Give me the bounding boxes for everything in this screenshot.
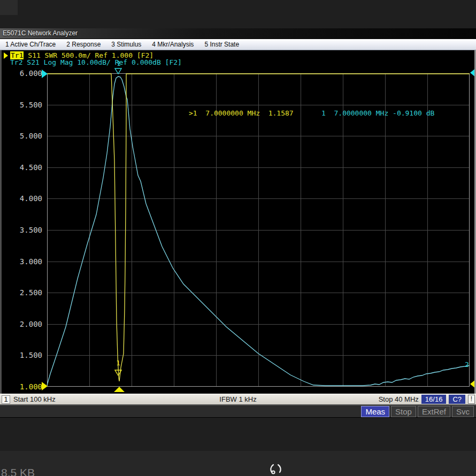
menu-item-response[interactable]: 2 Response [61, 41, 106, 48]
marker1-readout-tr1: >1 7.0000000 MHz 1.1587 [189, 110, 294, 117]
y-axis-label: 3.000 [4, 258, 42, 265]
window-title: E5071C Network Analyzer [3, 29, 78, 37]
menu-item-instr-state[interactable]: 5 Instr State [199, 41, 244, 48]
window-titlebar[interactable]: E5071C Network Analyzer [0, 28, 476, 39]
marker1-label-tr2[interactable]: 1 [117, 60, 121, 67]
menu-item-stimulus[interactable]: 3 Stimulus [106, 41, 147, 48]
y-axis-label: 4.000 [4, 195, 42, 202]
y-axis-label: 2.500 [4, 289, 42, 296]
y-axis-label: 4.500 [4, 164, 42, 171]
instr-status-extref: ExtRef [418, 406, 450, 417]
ifbw-label: IFBW 1 kHz [0, 395, 476, 403]
y-axis-label: 1.500 [4, 351, 42, 359]
screenshot-toolbar-strip: 8.5 KB [0, 451, 476, 476]
analyzer-screen: Tr1 S11 SWR 500.0m/ Ref 1.000 [F2] Tr2 S… [0, 50, 476, 394]
instrument-status-bar: Meas Stop ExtRef Svc [0, 405, 476, 418]
marker1-readout-tr2: 1 7.0000000 MHz -0.9100 dB [321, 110, 434, 117]
instr-status-svc: Svc [452, 406, 474, 417]
tr2-ref-level-marker-left [42, 70, 48, 78]
menu-item-mkr-analysis[interactable]: 4 Mkr/Analysis [147, 41, 199, 48]
graph-grid [47, 73, 470, 387]
instr-status-stop: Stop [391, 406, 416, 417]
instr-status-meas: Meas [361, 406, 389, 417]
marker2-label-tr2[interactable]: 2 [465, 361, 469, 368]
desktop-artifact [0, 0, 18, 15]
marker1-triangle-tr2-icon[interactable] [114, 68, 122, 74]
y-axis-label: 2.000 [4, 320, 42, 328]
y-axis-label: 3.500 [4, 226, 42, 234]
active-trace-arrow-icon [4, 52, 8, 59]
y-axis-label: 1.000 [4, 383, 42, 390]
status-bar: 1 Start 100 kHz IFBW 1 kHz Stop 40 MHz 1… [0, 394, 476, 405]
marker1-triangle-tr1-icon[interactable] [114, 370, 122, 376]
menu-bar: 1 Active Ch/Trace 2 Response 3 Stimulus … [0, 39, 476, 50]
y-axis-label: 5.500 [4, 101, 42, 109]
menu-item-active-ch-trace[interactable]: 1 Active Ch/Trace [0, 41, 61, 48]
tr2-ref-level-marker-right [470, 68, 475, 77]
marker1-stimulus-triangle-icon[interactable] [114, 387, 125, 392]
y-axis-label: 5.000 [4, 132, 42, 140]
trace2-info[interactable]: Tr2 S21 Log Mag 10.00dB/ Ref 0.000dB [F2… [10, 59, 182, 66]
tr1-ref-level-marker-left [42, 382, 48, 390]
y-axis-label: 6.000 [4, 70, 42, 77]
tr1-ref-level-marker-right [470, 380, 475, 388]
scan-frame-icon[interactable] [268, 463, 283, 476]
network-analyzer-window: E5071C Network Analyzer 1 Active Ch/Trac… [0, 28, 476, 418]
desktop: E5071C Network Analyzer 1 Active Ch/Trac… [0, 0, 476, 476]
file-size-label: 8.5 KB [1, 466, 35, 476]
marker1-label-tr1[interactable]: 1 [116, 359, 120, 366]
